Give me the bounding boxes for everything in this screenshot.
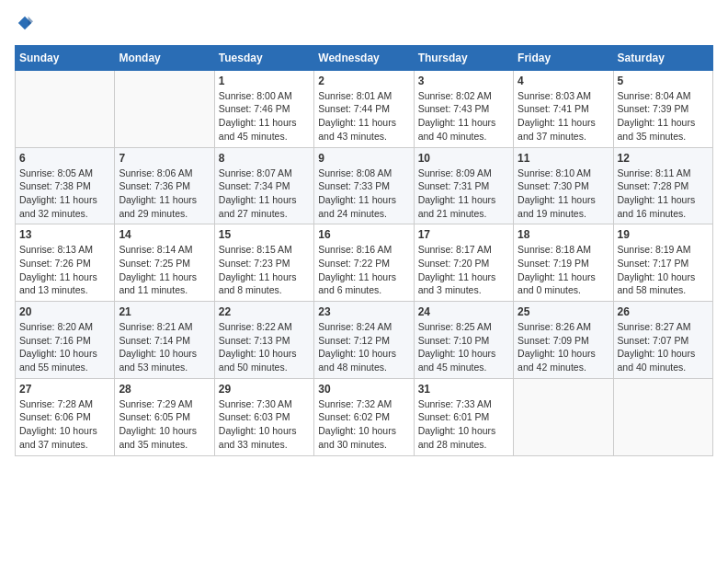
calendar-day-cell: 25Sunrise: 8:26 AM Sunset: 7:09 PM Dayli… <box>514 302 613 379</box>
calendar-day-cell: 12Sunrise: 8:11 AM Sunset: 7:28 PM Dayli… <box>613 147 712 224</box>
day-number: 24 <box>418 305 509 318</box>
day-number: 10 <box>418 152 509 165</box>
calendar-day-cell: 31Sunrise: 7:33 AM Sunset: 6:01 PM Dayli… <box>414 378 513 455</box>
calendar-day-cell: 24Sunrise: 8:25 AM Sunset: 7:10 PM Dayli… <box>414 302 513 379</box>
day-number: 27 <box>19 383 110 396</box>
calendar-day-cell: 9Sunrise: 8:08 AM Sunset: 7:33 PM Daylig… <box>314 147 414 224</box>
calendar-day-cell: 27Sunrise: 7:28 AM Sunset: 6:06 PM Dayli… <box>16 378 115 455</box>
calendar-day-cell: 10Sunrise: 8:09 AM Sunset: 7:31 PM Dayli… <box>414 147 513 224</box>
day-number: 9 <box>318 152 409 165</box>
calendar-day-cell: 15Sunrise: 8:15 AM Sunset: 7:23 PM Dayli… <box>214 224 313 302</box>
day-number: 1 <box>219 75 310 87</box>
calendar-day-cell: 30Sunrise: 7:32 AM Sunset: 6:02 PM Dayli… <box>314 378 414 455</box>
svg-marker-1 <box>28 17 33 27</box>
day-info: Sunrise: 8:13 AM Sunset: 7:26 PM Dayligh… <box>19 243 110 297</box>
day-info: Sunrise: 8:24 AM Sunset: 7:12 PM Dayligh… <box>318 320 409 374</box>
day-number: 21 <box>119 305 210 318</box>
calendar-day-cell <box>613 378 712 455</box>
calendar-week-row: 13Sunrise: 8:13 AM Sunset: 7:26 PM Dayli… <box>16 224 713 302</box>
day-number: 25 <box>518 305 609 318</box>
calendar-day-cell <box>115 70 214 147</box>
weekday-header: Monday <box>115 45 214 70</box>
calendar-day-cell: 19Sunrise: 8:19 AM Sunset: 7:17 PM Dayli… <box>613 224 712 302</box>
day-info: Sunrise: 8:27 AM Sunset: 7:07 PM Dayligh… <box>618 320 709 374</box>
weekday-header: Thursday <box>414 45 513 70</box>
calendar-day-cell: 23Sunrise: 8:24 AM Sunset: 7:12 PM Dayli… <box>314 302 414 379</box>
calendar-day-cell: 8Sunrise: 8:07 AM Sunset: 7:34 PM Daylig… <box>214 147 313 224</box>
day-number: 23 <box>318 305 409 318</box>
day-info: Sunrise: 8:18 AM Sunset: 7:19 PM Dayligh… <box>518 243 609 297</box>
calendar-day-cell: 5Sunrise: 8:04 AM Sunset: 7:39 PM Daylig… <box>613 70 712 147</box>
calendar-day-cell: 20Sunrise: 8:20 AM Sunset: 7:16 PM Dayli… <box>16 302 115 379</box>
day-info: Sunrise: 8:25 AM Sunset: 7:10 PM Dayligh… <box>418 320 509 374</box>
day-number: 17 <box>418 228 509 241</box>
day-info: Sunrise: 8:15 AM Sunset: 7:23 PM Dayligh… <box>219 243 310 297</box>
day-number: 5 <box>618 75 709 87</box>
day-number: 6 <box>19 152 110 165</box>
calendar-day-cell: 13Sunrise: 8:13 AM Sunset: 7:26 PM Dayli… <box>16 224 115 302</box>
logo-icon <box>17 15 33 31</box>
calendar-day-cell: 22Sunrise: 8:22 AM Sunset: 7:13 PM Dayli… <box>214 302 313 379</box>
day-number: 14 <box>119 228 210 241</box>
day-info: Sunrise: 8:22 AM Sunset: 7:13 PM Dayligh… <box>219 320 310 374</box>
calendar-day-cell: 1Sunrise: 8:00 AM Sunset: 7:46 PM Daylig… <box>214 70 313 147</box>
day-info: Sunrise: 8:06 AM Sunset: 7:36 PM Dayligh… <box>119 167 210 221</box>
calendar-day-cell: 18Sunrise: 8:18 AM Sunset: 7:19 PM Dayli… <box>514 224 613 302</box>
day-info: Sunrise: 8:07 AM Sunset: 7:34 PM Dayligh… <box>219 167 310 221</box>
calendar-header-row: SundayMondayTuesdayWednesdayThursdayFrid… <box>16 45 713 70</box>
day-info: Sunrise: 7:33 AM Sunset: 6:01 PM Dayligh… <box>418 397 509 452</box>
day-number: 11 <box>518 152 609 165</box>
weekday-header: Tuesday <box>214 45 313 70</box>
day-number: 22 <box>219 305 310 318</box>
calendar-table: SundayMondayTuesdayWednesdayThursdayFrid… <box>15 45 713 456</box>
calendar-day-cell: 3Sunrise: 8:02 AM Sunset: 7:43 PM Daylig… <box>414 70 513 147</box>
day-number: 16 <box>318 228 409 241</box>
calendar-day-cell: 29Sunrise: 7:30 AM Sunset: 6:03 PM Dayli… <box>214 378 313 455</box>
weekday-header: Sunday <box>16 45 115 70</box>
day-info: Sunrise: 8:10 AM Sunset: 7:30 PM Dayligh… <box>518 167 609 221</box>
calendar-day-cell: 6Sunrise: 8:05 AM Sunset: 7:38 PM Daylig… <box>16 147 115 224</box>
calendar-day-cell: 28Sunrise: 7:29 AM Sunset: 6:05 PM Dayli… <box>115 378 214 455</box>
day-info: Sunrise: 7:32 AM Sunset: 6:02 PM Dayligh… <box>318 397 409 452</box>
day-info: Sunrise: 7:29 AM Sunset: 6:05 PM Dayligh… <box>119 397 210 452</box>
calendar-day-cell: 11Sunrise: 8:10 AM Sunset: 7:30 PM Dayli… <box>514 147 613 224</box>
day-info: Sunrise: 7:30 AM Sunset: 6:03 PM Dayligh… <box>219 397 310 452</box>
day-info: Sunrise: 8:20 AM Sunset: 7:16 PM Dayligh… <box>19 320 110 374</box>
calendar-day-cell: 2Sunrise: 8:01 AM Sunset: 7:44 PM Daylig… <box>314 70 414 147</box>
day-info: Sunrise: 8:14 AM Sunset: 7:25 PM Dayligh… <box>119 243 210 297</box>
calendar-week-row: 27Sunrise: 7:28 AM Sunset: 6:06 PM Dayli… <box>16 378 713 455</box>
day-number: 29 <box>219 383 310 396</box>
day-info: Sunrise: 8:05 AM Sunset: 7:38 PM Dayligh… <box>19 167 110 221</box>
calendar-day-cell: 7Sunrise: 8:06 AM Sunset: 7:36 PM Daylig… <box>115 147 214 224</box>
calendar-day-cell: 16Sunrise: 8:16 AM Sunset: 7:22 PM Dayli… <box>314 224 414 302</box>
weekday-header: Saturday <box>613 45 712 70</box>
day-number: 2 <box>318 75 409 87</box>
day-number: 18 <box>518 228 609 241</box>
day-number: 4 <box>518 75 609 87</box>
calendar-day-cell: 17Sunrise: 8:17 AM Sunset: 7:20 PM Dayli… <box>414 224 513 302</box>
day-info: Sunrise: 8:16 AM Sunset: 7:22 PM Dayligh… <box>318 243 409 297</box>
logo <box>15 15 33 36</box>
day-info: Sunrise: 8:26 AM Sunset: 7:09 PM Dayligh… <box>518 320 609 374</box>
calendar-day-cell <box>514 378 613 455</box>
day-info: Sunrise: 8:03 AM Sunset: 7:41 PM Dayligh… <box>518 89 609 144</box>
day-number: 7 <box>119 152 210 165</box>
day-info: Sunrise: 8:11 AM Sunset: 7:28 PM Dayligh… <box>618 167 709 221</box>
day-number: 8 <box>219 152 310 165</box>
day-info: Sunrise: 8:17 AM Sunset: 7:20 PM Dayligh… <box>418 243 509 297</box>
day-info: Sunrise: 8:19 AM Sunset: 7:17 PM Dayligh… <box>618 243 709 297</box>
day-number: 3 <box>418 75 509 87</box>
calendar-day-cell: 26Sunrise: 8:27 AM Sunset: 7:07 PM Dayli… <box>613 302 712 379</box>
day-number: 30 <box>318 383 409 396</box>
day-number: 15 <box>219 228 310 241</box>
day-number: 19 <box>618 228 709 241</box>
day-number: 26 <box>618 305 709 318</box>
calendar-day-cell: 4Sunrise: 8:03 AM Sunset: 7:41 PM Daylig… <box>514 70 613 147</box>
day-number: 31 <box>418 383 509 396</box>
day-info: Sunrise: 8:09 AM Sunset: 7:31 PM Dayligh… <box>418 167 509 221</box>
day-info: Sunrise: 8:08 AM Sunset: 7:33 PM Dayligh… <box>318 167 409 221</box>
calendar-week-row: 1Sunrise: 8:00 AM Sunset: 7:46 PM Daylig… <box>16 70 713 147</box>
day-number: 12 <box>618 152 709 165</box>
calendar-day-cell <box>16 70 115 147</box>
day-info: Sunrise: 8:04 AM Sunset: 7:39 PM Dayligh… <box>618 89 709 144</box>
